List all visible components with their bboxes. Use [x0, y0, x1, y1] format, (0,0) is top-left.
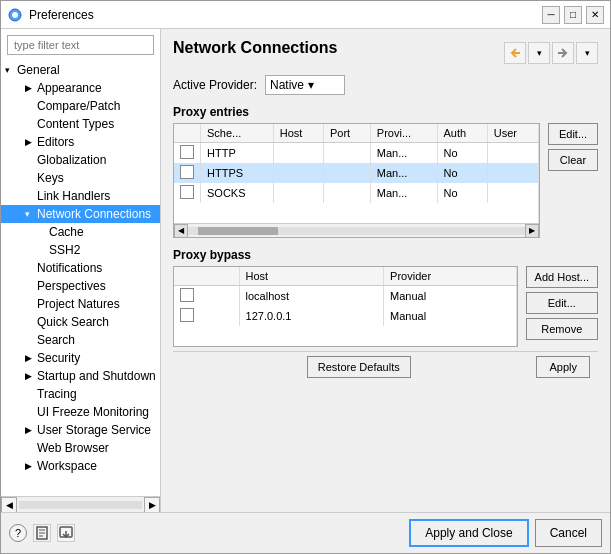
maximize-button[interactable]: □	[564, 6, 582, 24]
bypass-checkbox[interactable]	[180, 288, 194, 302]
export-icon[interactable]	[57, 524, 75, 542]
sidebar-item-editors[interactable]: ▶ Editors	[1, 133, 160, 151]
proxy-checkbox[interactable]	[180, 145, 194, 159]
sidebar-item-network-connections[interactable]: ▾ Network Connections	[1, 205, 160, 223]
help-icon[interactable]: ?	[9, 524, 27, 542]
arrow-icon: ▶	[25, 137, 37, 147]
scroll-left-arrow-icon[interactable]: ◀	[174, 224, 188, 238]
sidebar-item-perspectives[interactable]: Perspectives	[1, 277, 160, 295]
proxy-provider-cell: Man...	[370, 143, 437, 164]
bypass-edit-button[interactable]: Edit...	[526, 292, 598, 314]
sidebar-item-tracing[interactable]: Tracing	[1, 385, 160, 403]
document-icon[interactable]	[33, 524, 51, 542]
proxy-port-cell	[324, 183, 371, 203]
proxy-host-cell	[273, 183, 323, 203]
sidebar-item-notifications[interactable]: Notifications	[1, 259, 160, 277]
proxy-check-cell[interactable]	[174, 163, 201, 183]
proxy-check-cell[interactable]	[174, 183, 201, 203]
proxy-provider-cell: Man...	[370, 163, 437, 183]
sidebar-item-keys[interactable]: Keys	[1, 169, 160, 187]
proxy-checkbox[interactable]	[180, 185, 194, 199]
sidebar-item-label: Keys	[37, 171, 64, 185]
sidebar-item-label: Appearance	[37, 81, 102, 95]
right-panel: Network Connections ▾	[161, 29, 610, 512]
proxy-check-cell[interactable]	[174, 143, 201, 164]
proxy-user-cell	[487, 183, 538, 203]
add-host-button[interactable]: Add Host...	[526, 266, 598, 288]
apply-button[interactable]: Apply	[536, 356, 590, 378]
proxy-edit-button[interactable]: Edit...	[548, 123, 598, 145]
sidebar-item-content-types[interactable]: Content Types	[1, 115, 160, 133]
proxy-scheme-cell: SOCKS	[201, 183, 274, 203]
search-input[interactable]	[7, 35, 154, 55]
proxy-col-provider: Provi...	[370, 124, 437, 143]
bypass-check-cell[interactable]	[174, 286, 239, 307]
window-controls: ─ □ ✕	[542, 6, 604, 24]
proxy-host-cell	[273, 143, 323, 164]
sidebar-item-search[interactable]: Search	[1, 331, 160, 349]
table-row[interactable]: localhost Manual	[174, 286, 516, 307]
panel-title: Network Connections	[173, 39, 337, 57]
sidebar-item-security[interactable]: ▶ Security	[1, 349, 160, 367]
sidebar-item-label: General	[17, 63, 60, 77]
table-row[interactable]: HTTP Man... No	[174, 143, 539, 164]
back-button[interactable]	[504, 42, 526, 64]
sidebar-item-startup[interactable]: ▶ Startup and Shutdown	[1, 367, 160, 385]
scroll-right-arrow[interactable]: ▶	[144, 497, 160, 513]
sidebar-item-workspace[interactable]: ▶ Workspace	[1, 457, 160, 475]
proxy-col-host: Host	[273, 124, 323, 143]
dropdown-arrow-icon: ▾	[308, 78, 314, 92]
sidebar-item-general[interactable]: ▾ General	[1, 61, 160, 79]
proxy-auth-cell: No	[437, 183, 487, 203]
provider-value: Native	[270, 78, 304, 92]
scroll-right-arrow-icon[interactable]: ▶	[525, 224, 539, 238]
sidebar-item-ui-freeze[interactable]: UI Freeze Monitoring	[1, 403, 160, 421]
restore-defaults-button[interactable]: Restore Defaults	[307, 356, 411, 378]
table-row[interactable]: 127.0.0.1 Manual	[174, 306, 516, 326]
arrow-icon: ▶	[25, 461, 37, 471]
sidebar-item-project-natures[interactable]: Project Natures	[1, 295, 160, 313]
bypass-checkbox[interactable]	[180, 308, 194, 322]
sidebar-item-label: Globalization	[37, 153, 106, 167]
scroll-left-arrow[interactable]: ◀	[1, 497, 17, 513]
sidebar-item-label: Security	[37, 351, 80, 365]
window-icon	[7, 7, 23, 23]
forward-button[interactable]	[552, 42, 574, 64]
bypass-check-cell[interactable]	[174, 306, 239, 326]
sidebar-item-label: Link Handlers	[37, 189, 110, 203]
table-row[interactable]: SOCKS Man... No	[174, 183, 539, 203]
forward-dropdown[interactable]: ▾	[576, 42, 598, 64]
sidebar-item-cache[interactable]: Cache	[1, 223, 160, 241]
minimize-button[interactable]: ─	[542, 6, 560, 24]
sidebar-item-appearance[interactable]: ▶ Appearance	[1, 79, 160, 97]
close-button[interactable]: ✕	[586, 6, 604, 24]
sidebar-item-user-storage[interactable]: ▶ User Storage Service	[1, 421, 160, 439]
proxy-checkbox[interactable]	[180, 165, 194, 179]
provider-select[interactable]: Native ▾	[265, 75, 345, 95]
sidebar-item-link-handlers[interactable]: Link Handlers	[1, 187, 160, 205]
proxy-table-scrollbar[interactable]: ◀ ▶	[174, 223, 539, 237]
sidebar-scrollbar[interactable]: ◀ ▶	[1, 496, 160, 512]
sidebar-item-label: Tracing	[37, 387, 77, 401]
sidebar-item-ssh2[interactable]: SSH2	[1, 241, 160, 259]
window-title: Preferences	[29, 8, 542, 22]
proxy-col-auth: Auth	[437, 124, 487, 143]
back-dropdown[interactable]: ▾	[528, 42, 550, 64]
scroll-track[interactable]	[188, 227, 525, 235]
apply-and-close-button[interactable]: Apply and Close	[409, 519, 528, 547]
sidebar-item-compare-patch[interactable]: Compare/Patch	[1, 97, 160, 115]
sidebar-item-label: Editors	[37, 135, 74, 149]
bypass-remove-button[interactable]: Remove	[526, 318, 598, 340]
sidebar-item-quick-search[interactable]: Quick Search	[1, 313, 160, 331]
arrow-icon: ▶	[25, 425, 37, 435]
sidebar-item-label: Quick Search	[37, 315, 109, 329]
table-row	[174, 326, 516, 346]
proxy-entries-header: Proxy entries	[173, 105, 598, 119]
scroll-track[interactable]	[19, 501, 142, 509]
sidebar-item-web-browser[interactable]: Web Browser	[1, 439, 160, 457]
sidebar-item-globalization[interactable]: Globalization	[1, 151, 160, 169]
proxy-clear-button[interactable]: Clear	[548, 149, 598, 171]
sidebar-item-label: Network Connections	[37, 207, 151, 221]
cancel-button[interactable]: Cancel	[535, 519, 602, 547]
table-row[interactable]: HTTPS Man... No	[174, 163, 539, 183]
